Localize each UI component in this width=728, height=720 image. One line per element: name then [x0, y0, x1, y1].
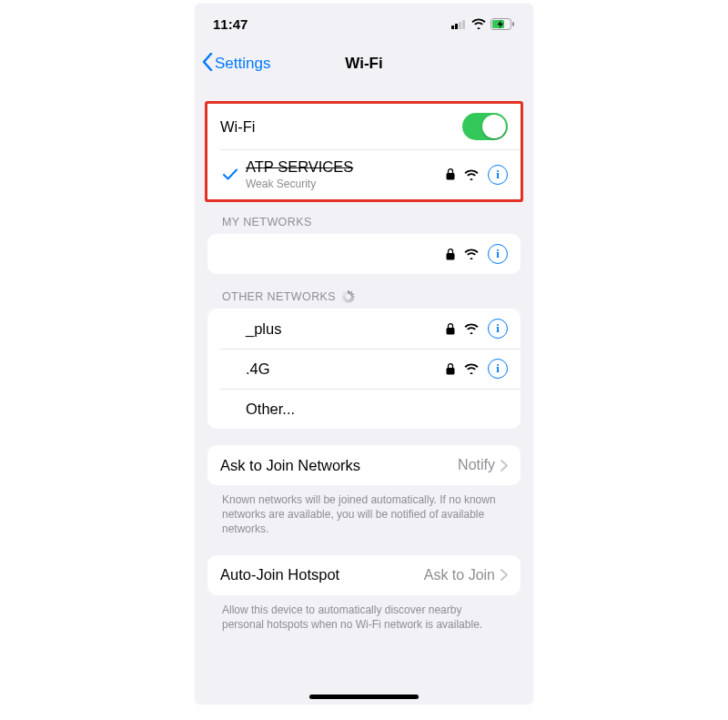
- page-title: Wi-Fi: [345, 55, 382, 73]
- status-icons: [451, 18, 515, 30]
- other-networks-header: OTHER NETWORKS: [207, 290, 521, 309]
- svg-rect-2: [512, 22, 514, 26]
- wifi-signal-icon: [464, 169, 479, 180]
- checkmark-icon: [220, 168, 240, 180]
- wifi-toggle-label: Wi-Fi: [220, 118, 255, 136]
- screenshot-stage: 11:47 Settings Wi-Fi: [0, 0, 728, 720]
- other-network-name: _plus: [246, 320, 281, 338]
- auto-join-label: Auto-Join Hotspot: [220, 566, 339, 583]
- svg-rect-4: [447, 253, 455, 260]
- wifi-toggle[interactable]: [462, 113, 508, 140]
- other-label: Other...: [246, 401, 295, 418]
- other-networks-header-label: OTHER NETWORKS: [222, 290, 336, 303]
- cellular-icon: [451, 19, 467, 29]
- wifi-main-group: Wi-Fi ATP SERVICES Weak Security: [207, 104, 521, 199]
- connected-network-subtitle: Weak Security: [246, 177, 353, 190]
- connected-network-row[interactable]: ATP SERVICES Weak Security i: [207, 149, 521, 199]
- lock-icon: [446, 168, 455, 180]
- battery-icon: [490, 18, 515, 30]
- other-network-row[interactable]: _plus i: [207, 309, 521, 349]
- wifi-icon: [471, 18, 486, 29]
- wifi-card-highlighted: Wi-Fi ATP SERVICES Weak Security: [207, 104, 521, 199]
- chevron-left-icon: [202, 53, 213, 76]
- info-button[interactable]: i: [488, 244, 508, 264]
- lock-icon: [446, 363, 455, 375]
- svg-rect-3: [447, 173, 455, 180]
- spinner-icon: [341, 290, 354, 303]
- status-bar: 11:47: [195, 4, 533, 44]
- other-network-other-row[interactable]: Other...: [207, 389, 521, 429]
- chevron-right-icon: [500, 460, 508, 472]
- ask-join-value: Notify: [458, 457, 495, 473]
- wifi-signal-icon: [464, 248, 479, 259]
- connected-network-trailing: i: [446, 165, 508, 185]
- wifi-signal-icon: [464, 363, 479, 374]
- home-indicator[interactable]: [309, 695, 419, 699]
- my-networks-group: MY NETWORKS i: [207, 216, 521, 274]
- other-network-name: .4G: [246, 360, 270, 378]
- auto-join-group: Auto-Join Hotspot Ask to Join Allow this…: [207, 555, 521, 634]
- lock-icon: [446, 323, 455, 335]
- navigation-bar: Settings Wi-Fi: [195, 44, 533, 84]
- other-network-row[interactable]: .4G i: [207, 349, 521, 389]
- lock-icon: [446, 248, 455, 260]
- ask-join-group: Ask to Join Networks Notify Known networ…: [207, 445, 521, 539]
- wifi-toggle-row[interactable]: Wi-Fi: [207, 104, 521, 149]
- my-networks-card: i: [207, 234, 521, 274]
- ask-join-card: Ask to Join Networks Notify: [207, 445, 521, 485]
- svg-rect-5: [447, 328, 455, 335]
- ask-join-row[interactable]: Ask to Join Networks Notify: [207, 445, 521, 485]
- info-button[interactable]: i: [488, 359, 508, 379]
- ask-join-label: Ask to Join Networks: [220, 457, 360, 474]
- ask-join-note: Known networks will be joined automatica…: [207, 485, 521, 539]
- auto-join-value: Ask to Join: [424, 567, 495, 583]
- connected-network-name: ATP SERVICES: [246, 158, 353, 176]
- back-button[interactable]: Settings: [202, 44, 270, 84]
- my-networks-header: MY NETWORKS: [207, 216, 521, 234]
- auto-join-note: Allow this device to automatically disco…: [207, 595, 521, 634]
- back-label: Settings: [215, 55, 270, 73]
- info-button[interactable]: i: [488, 319, 508, 339]
- auto-join-row[interactable]: Auto-Join Hotspot Ask to Join: [207, 555, 521, 595]
- other-networks-group: OTHER NETWORKS _plus: [207, 290, 521, 429]
- svg-rect-6: [447, 368, 455, 375]
- clock: 11:47: [213, 16, 248, 32]
- wifi-signal-icon: [464, 323, 479, 334]
- auto-join-card: Auto-Join Hotspot Ask to Join: [207, 555, 521, 595]
- phone-frame: 11:47 Settings Wi-Fi: [195, 4, 533, 705]
- my-network-row[interactable]: i: [207, 234, 521, 274]
- info-button[interactable]: i: [488, 165, 508, 185]
- chevron-right-icon: [500, 569, 508, 581]
- other-networks-card: _plus i .4G: [207, 309, 521, 429]
